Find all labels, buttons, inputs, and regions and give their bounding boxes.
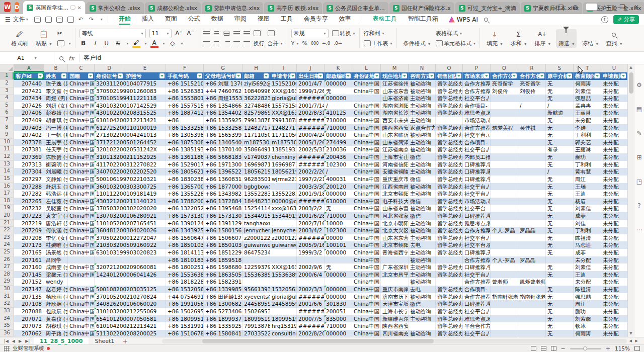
cell[interactable]: 重庆重庆市 [381,175,409,183]
cell[interactable]: 未分配 [601,249,627,256]
cell[interactable]: gloria@uk [270,95,297,102]
cell[interactable]: 210036 [325,146,352,153]
cell[interactable]: 320311200104077915 [95,80,124,87]
document-tab[interactable]: S常州公积金 .xlsx [86,2,144,14]
cell[interactable]: China中国 [68,183,95,191]
cell[interactable]: China中国 [68,212,95,220]
cell[interactable]: +86 1370140948 [204,146,243,153]
cell[interactable]: China中国 [352,271,381,279]
cell[interactable]: China中国 [352,249,381,256]
wps-ai-button[interactable]: WPS AI [449,16,478,23]
row-number[interactable]: 17 [0,190,14,198]
cell[interactable] [518,175,546,183]
cell[interactable]: 社交平台,豆 [463,131,491,139]
cell[interactable]: / [518,102,546,110]
cell[interactable]: / [325,168,352,175]
cell[interactable]: 无 [546,271,574,279]
vertical-scrollbar-thumb[interactable] [629,72,633,94]
cell[interactable]: 合作方推荐 [463,227,491,234]
cell[interactable]: 亮哥留学 [491,80,518,87]
cell[interactable]: ######### [297,198,325,205]
cell[interactable]: 207152 [14,278,44,286]
clear-format-icon[interactable]: ◇ [169,40,177,47]
cell[interactable]: +86 田延岭13954 [204,293,243,301]
cell[interactable] [436,278,463,286]
cell[interactable]: 留学总经办 [436,249,463,256]
cell[interactable]: 主动咨询 [409,271,436,279]
cell[interactable]: 362228235 [243,95,270,102]
cell[interactable]: 留学总经办 [436,234,463,242]
cell[interactable]: chenxinyur [270,153,297,161]
cell[interactable] [352,95,381,102]
first-sheet-icon[interactable]: |◀ [4,339,9,343]
cell[interactable]: 被动咨询 [409,278,436,286]
close-button[interactable]: ✕ [633,4,640,11]
cell[interactable]: 411702200312270822 [95,161,124,168]
cell[interactable] [325,256,352,264]
cell[interactable]: 留学总经办 [436,241,463,249]
cell[interactable]: xxx@163.c [270,205,297,212]
cell[interactable]: 无 [546,322,574,330]
column-letter-R[interactable]: R [518,64,546,72]
cell[interactable]: 108409964 [243,87,270,95]
skin-preview[interactable] [586,3,598,11]
cell[interactable]: China中国 [352,227,381,234]
formula-input[interactable]: 客户id [79,54,101,62]
merge-cells-icon[interactable] [268,30,275,36]
cell[interactable] [491,322,518,330]
row-number[interactable]: 23 [0,234,14,242]
scroll-right-icon[interactable]: ▶ [635,339,638,343]
cell[interactable] [518,190,546,198]
cell[interactable]: China中国 [352,300,381,308]
cell[interactable]: 207313 [14,161,44,168]
cell[interactable]: 000000 [325,293,352,301]
cell[interactable]: China中国 [68,249,95,256]
format-painter-button[interactable]: 🖉 格式刷 [9,29,30,48]
wps-logo[interactable]: W [4,2,11,12]
cell[interactable]: China中国 [68,308,95,315]
cell[interactable] [491,109,518,117]
cell[interactable]: China中国 [68,300,95,308]
cell[interactable]: +86 15538019 [166,95,204,102]
cell[interactable]: 327484864 [243,102,270,110]
cell[interactable]: 主动咨询 [409,190,436,198]
menu-item-审阅[interactable]: 审阅 [229,14,252,25]
cell[interactable]: 任天宇 (女 [44,146,68,153]
conditional-format-button[interactable]: 条件格式 ▾ [401,29,433,48]
cell[interactable]: 指南针张老 [491,293,518,301]
cell[interactable]: 新航道 [546,109,574,117]
cell[interactable]: 207297 [14,175,44,183]
cell[interactable] [491,161,518,168]
row-number[interactable]: 16 [0,183,14,191]
document-tab[interactable]: S高学历 教授.xlsx [264,2,322,14]
cell[interactable]: 2001/6/6 [297,300,325,308]
cell[interactable]: 合作方推荐 [463,293,491,301]
cell[interactable]: 未分配 [601,263,627,271]
cell[interactable] [518,300,546,308]
cell[interactable]: +86 15026953 [166,308,204,315]
cell[interactable]: China中国 [68,80,95,87]
cell[interactable]: 612725200110100019 [95,124,124,132]
cell[interactable]: 835000 [325,315,352,323]
cell[interactable] [297,278,325,286]
rows-columns-button[interactable]: 行和列▾ [364,30,384,37]
cell[interactable]: 周子路 (女 [44,330,68,337]
file-menu[interactable]: 文件 [13,15,25,24]
cell[interactable]: 207288 [14,183,44,191]
cell[interactable]: v17490376 [243,153,270,161]
cell[interactable]: 360481200304020026 [95,227,124,234]
cell[interactable]: 未分配 [601,241,627,249]
document-tab[interactable]: S英国留学生...🖵✕ [23,1,85,14]
cell[interactable]: 口碑推荐,家 [463,168,491,175]
cell[interactable]: 成菲 [574,249,601,256]
cell[interactable]: 未分配 [601,109,627,117]
cell[interactable]: China中国 [352,293,381,301]
cell[interactable]: 207135 [14,293,44,301]
cell[interactable]: 207421 [14,87,44,95]
cell[interactable]: 留学总经办 [436,220,463,227]
align-right-icon[interactable] [223,41,230,46]
header-cell[interactable]: 客户id [14,72,44,80]
cell[interactable]: 湖南省长沙 [381,109,409,117]
filter-dropdown-icon[interactable] [38,73,43,78]
cell[interactable] [491,183,518,191]
